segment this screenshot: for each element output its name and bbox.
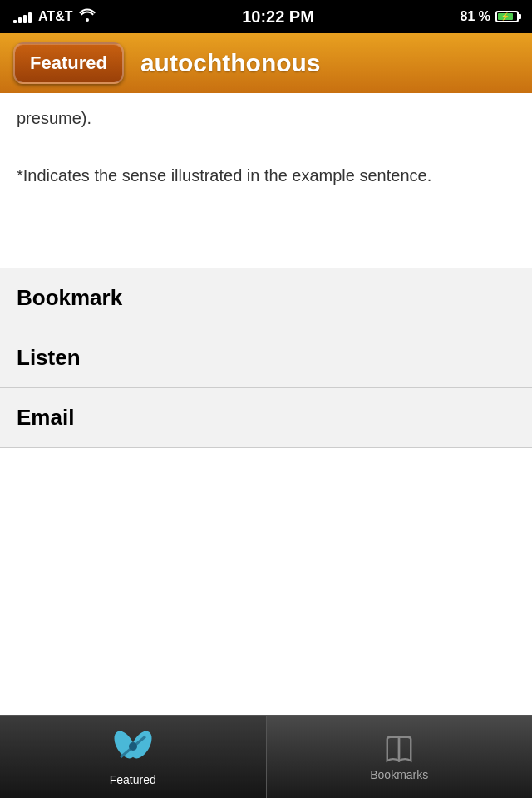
bookmark-item[interactable]: Bookmark xyxy=(0,268,532,328)
battery-icon xyxy=(495,11,519,22)
email-label: Email xyxy=(17,405,74,430)
content-area: presume). *Indicates the sense illustrat… xyxy=(0,93,532,201)
battery-fill xyxy=(498,13,513,20)
tab-featured[interactable]: Featured xyxy=(0,716,266,798)
tab-bookmarks[interactable]: Bookmarks xyxy=(267,716,533,798)
asterisk-note: *Indicates the sense illustrated in the … xyxy=(17,163,515,188)
signal-bars xyxy=(13,10,32,23)
signal-bar-4 xyxy=(28,12,32,23)
featured-icon xyxy=(112,728,154,770)
nav-bar: Featured autochthonous xyxy=(0,33,532,93)
signal-bar-1 xyxy=(13,20,17,23)
featured-button[interactable]: Featured xyxy=(13,42,124,84)
listen-label: Listen xyxy=(17,345,81,370)
svg-point-3 xyxy=(129,742,137,751)
bookmarks-icon xyxy=(383,733,415,765)
carrier-label: AT&T xyxy=(38,9,72,24)
tab-bar: Featured Bookmarks xyxy=(0,715,532,798)
bookmark-label: Bookmark xyxy=(17,285,122,310)
wifi-icon xyxy=(79,8,96,25)
action-list: Bookmark Listen Email xyxy=(0,268,532,448)
status-right: 81 % xyxy=(461,9,519,24)
status-time: 10:22 PM xyxy=(242,7,314,27)
tab-featured-label: Featured xyxy=(110,773,156,786)
email-item[interactable]: Email xyxy=(0,388,532,448)
partial-text: presume). xyxy=(17,106,515,130)
tab-bookmarks-label: Bookmarks xyxy=(370,768,428,781)
battery-label: 81 % xyxy=(461,9,490,24)
status-left: AT&T xyxy=(13,8,96,25)
nav-title: autochthonous xyxy=(140,49,321,77)
signal-bar-2 xyxy=(18,17,22,23)
status-bar: AT&T 10:22 PM 81 % xyxy=(0,0,532,33)
listen-item[interactable]: Listen xyxy=(0,328,532,388)
signal-bar-3 xyxy=(23,15,27,23)
